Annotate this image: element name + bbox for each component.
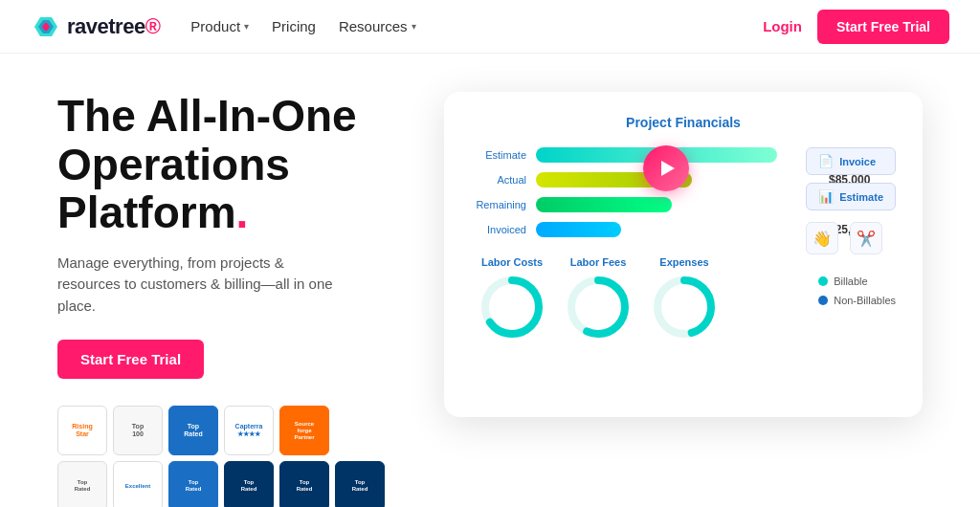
nav-left: ravetree® Product ▾ Pricing Resources ▾ [31, 13, 416, 40]
hero-section: The All-In-One Operations Platform. Mana… [0, 54, 980, 507]
logo-text: ravetree® [67, 14, 160, 39]
fin-label-estimate: Estimate [471, 149, 526, 161]
fin-label-invoiced: Invoiced [471, 224, 526, 235]
side-icon-scissors[interactable]: ✂️ [850, 222, 882, 254]
nav-product[interactable]: Product ▾ [190, 18, 249, 34]
side-buttons: 📄 Invoice 📊 Estimate 👋 ✂️ [806, 147, 896, 254]
dashboard-card: Project Financials Estimate $125,000 Act… [444, 92, 923, 417]
resources-chevron-icon: ▾ [412, 21, 416, 32]
side-icon-hand[interactable]: 👋 [806, 222, 838, 254]
nav-pricing[interactable]: Pricing [272, 18, 316, 34]
logo[interactable]: ravetree® [31, 13, 160, 40]
nav-links: Product ▾ Pricing Resources ▾ [190, 18, 415, 34]
side-icon-row: 👋 ✂️ [806, 222, 896, 254]
donut-svg-3 [651, 274, 718, 341]
badges-row2: TopRated Excellent TopRated TopRated Top… [57, 461, 385, 507]
nav-trial-button[interactable]: Start Free Trial [817, 10, 949, 44]
legend-dot-non-billables [818, 296, 828, 305]
badge-rising-star: RisingStar [57, 406, 107, 455]
invoice-icon: 📄 [818, 154, 834, 168]
login-button[interactable]: Login [763, 18, 802, 34]
product-chevron-icon: ▾ [244, 21, 249, 32]
donut-label-expenses: Expenses [659, 256, 708, 268]
badge-capterra: Capterra★★★★ [224, 406, 274, 455]
hero-description: Manage everything, from projects & resou… [57, 253, 345, 318]
legend-dot-billable [818, 276, 828, 286]
navbar: ravetree® Product ▾ Pricing Resources ▾ … [0, 0, 980, 54]
card-title: Project Financials [471, 115, 896, 130]
badge-top100: Top100 [113, 406, 163, 455]
badge-sourceforge: SourceforgePartner [279, 406, 329, 455]
hero-trial-button[interactable]: Start Free Trial [57, 340, 204, 379]
logo-icon [31, 13, 61, 40]
donut-chart-expenses [651, 274, 718, 341]
fin-label-remaining: Remaining [471, 199, 526, 210]
invoice-button[interactable]: 📄 Invoice [806, 147, 896, 175]
donut-labor-fees: Labor Fees [565, 256, 632, 341]
fin-bar-wrap-invoiced [536, 222, 819, 237]
hero-left: The All-In-One Operations Platform. Mana… [57, 92, 385, 507]
estimate-button[interactable]: 📊 Estimate [806, 183, 896, 210]
fin-bar-invoiced [536, 222, 621, 237]
fin-bar-wrap-remaining [536, 197, 819, 212]
donut-svg-2 [565, 274, 632, 341]
badge-top-rated-1: TopRated [168, 406, 218, 455]
donut-labor-costs: Labor Costs [479, 256, 546, 341]
legend-non-billables: Non-Billables [818, 295, 896, 306]
play-button[interactable] [643, 145, 689, 191]
badges-row1: RisingStar Top100 TopRated Capterra★★★★ … [57, 406, 385, 455]
legend-billable: Billable [818, 276, 896, 287]
donut-legend: Billable Non-Billables [818, 256, 896, 306]
hero-title: The All-In-One Operations Platform. [57, 92, 385, 237]
badge-b1: TopRated [57, 461, 107, 507]
fin-label-actual: Actual [471, 174, 526, 186]
donut-expenses: Expenses [651, 256, 718, 341]
nav-right: Login Start Free Trial [763, 10, 949, 44]
badge-b6: TopRated [335, 461, 385, 507]
badge-b3: TopRated [168, 461, 218, 507]
hero-right: Project Financials Estimate $125,000 Act… [444, 92, 923, 417]
badge-b2: Excellent [113, 461, 163, 507]
badge-b5: TopRated [279, 461, 329, 507]
donut-chart-labor-fees [565, 274, 632, 341]
play-icon [661, 161, 675, 176]
donut-label-labor-fees: Labor Fees [570, 256, 627, 268]
donut-section: Labor Costs Labor Fees [471, 256, 896, 341]
donut-chart-labor-costs [479, 274, 546, 341]
fin-bar-remaining [536, 197, 672, 212]
donut-label-labor-costs: Labor Costs [481, 256, 543, 268]
estimate-icon: 📊 [818, 189, 834, 204]
badge-b4: TopRated [224, 461, 274, 507]
nav-resources[interactable]: Resources ▾ [339, 18, 416, 34]
donut-svg-1 [479, 274, 546, 341]
